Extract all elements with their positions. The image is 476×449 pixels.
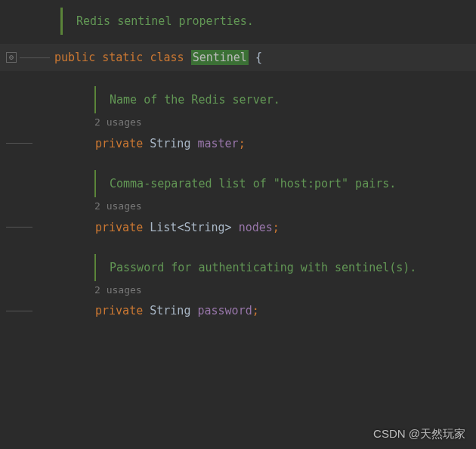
gutter-line — [20, 57, 50, 58]
field-declaration-line[interactable]: private String password; — [0, 299, 476, 322]
class-code: public static class Sentinel { — [54, 48, 262, 67]
keyword-private: private — [95, 304, 143, 317]
field-generic: <String> — [177, 221, 231, 234]
doc-comment-bar: Redis sentinel properties. — [60, 8, 476, 35]
field-declaration-line[interactable]: private List<String> nodes; — [0, 216, 476, 239]
field-gutter — [6, 143, 51, 144]
open-brace: { — [255, 51, 262, 64]
watermark-text: CSDN @天然玩家 — [373, 427, 465, 441]
field-doc-text: Comma-separated list of "host:port" pair… — [110, 175, 396, 193]
keyword-private: private — [95, 221, 143, 234]
field-name: password — [197, 304, 252, 317]
field-gutter — [6, 227, 51, 228]
usages-hint[interactable]: 2 usages — [94, 281, 476, 300]
field-type: String — [150, 137, 190, 150]
semicolon: ; — [239, 137, 246, 150]
field-doc-bar: Comma-separated list of "host:port" pair… — [94, 170, 476, 197]
keyword-public: public — [54, 51, 95, 64]
usages-hint[interactable]: 2 usages — [94, 197, 476, 216]
field-doc-bar: Name of the Redis server. — [94, 86, 476, 113]
keyword-static: static — [102, 51, 143, 64]
usages-hint[interactable]: 2 usages — [94, 113, 476, 132]
keyword-class: class — [150, 51, 184, 64]
class-doc-text: Redis sentinel properties. — [76, 12, 254, 30]
field-gutter — [6, 311, 51, 311]
class-doc-block: Redis sentinel properties. — [60, 8, 476, 35]
field-doc-text: Password for authenticating with sentine… — [110, 259, 416, 277]
field-declaration-line[interactable]: private String master; — [0, 132, 476, 155]
semicolon: ; — [273, 221, 280, 234]
semicolon: ; — [252, 304, 259, 317]
field-doc-text: Name of the Redis server. — [110, 91, 280, 109]
code-editor[interactable]: Redis sentinel properties. ⊖ public stat… — [0, 8, 476, 322]
field-type: String — [150, 304, 190, 317]
field-type: List — [150, 221, 177, 234]
keyword-private: private — [95, 137, 143, 150]
class-name: Sentinel — [191, 50, 249, 65]
fold-icon[interactable]: ⊖ — [6, 52, 17, 63]
field-doc-bar: Password for authenticating with sentine… — [94, 254, 476, 281]
field-name: nodes — [239, 221, 273, 234]
field-name: master — [197, 137, 238, 150]
class-declaration-line[interactable]: ⊖ public static class Sentinel { — [0, 44, 476, 71]
